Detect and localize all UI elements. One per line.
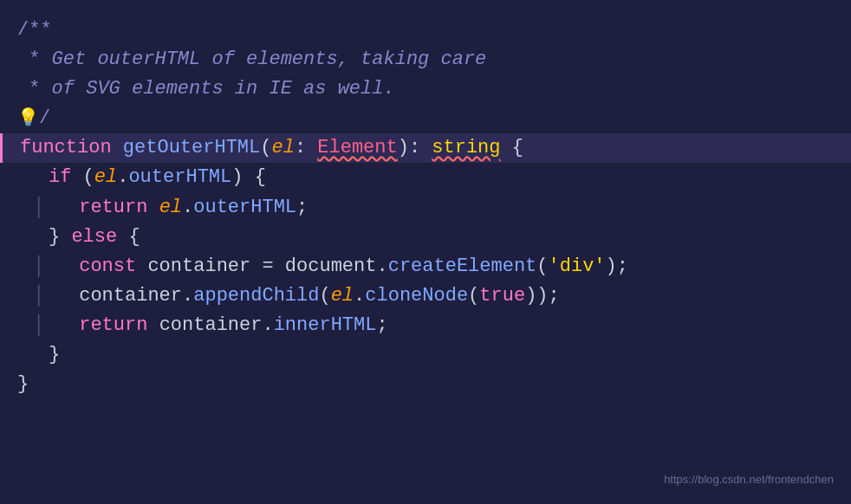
line-4: 💡/ [17,104,834,133]
line-10: │ container.appendChild(el.cloneNode(tru… [17,281,834,311]
string-div: 'div' [549,252,606,281]
keyword-function: function [20,133,123,163]
dot1: . [117,163,128,192]
append-paren: ( [319,281,330,311]
semicolon2: ; [376,311,387,340]
dot2: . [182,193,193,223]
if-paren: ( [83,163,94,192]
line-3: * of SVG elements in IE as well. [17,74,834,104]
create-paren: ( [536,252,548,281]
create-close: ); [606,252,628,281]
container-var: container = [147,252,284,281]
prop-outerHTML-1: outerHTML [128,163,231,192]
line-11: │ return container.innerHTML; [17,311,834,340]
else-brace: { [117,223,140,252]
comment-open: /** [17,16,52,45]
keyword-return-2: return [79,311,159,340]
type-element: Element [317,137,397,158]
comment-line-3: * of SVG elements in IE as well. [17,74,395,104]
code-editor: /** * Get outerHTML of elements, taking … [0,0,851,504]
el-clone: el [331,281,354,311]
line-1: /** [17,16,834,45]
method-appendchild: appendChild [193,281,319,311]
bool-true: true [479,281,525,311]
line-6: if (el.outerHTML) { [17,163,834,192]
comment-close: / [39,104,50,133]
clone-close: )); [525,281,560,311]
fn-name: getOuterHTML [123,133,260,163]
keyword-else: else [71,223,117,252]
line-7: │ return el.outerHTML; [17,193,834,223]
container-ref-2: container. [159,311,274,340]
if-close: ) { [231,163,266,192]
close-brace-2: } [49,340,60,370]
paren-open: ( [260,133,271,163]
param-el: el [271,133,294,163]
prop-outerHTML-2: outerHTML [193,193,296,223]
line-12: } [17,340,834,370]
keyword-const: const [79,252,147,281]
close-brace-1: } [49,223,71,252]
line-2: * Get outerHTML of elements, taking care [17,45,834,74]
document-ref: document. [285,252,388,281]
clone-paren: ( [468,281,479,311]
close-brace-3: } [17,370,29,399]
line-13: } [17,370,834,399]
type-string: string [432,137,500,158]
brace-open: { [501,133,523,163]
watermark-text: https://blog.csdn.net/frontendchen [664,471,834,488]
keyword-return-1: return [79,193,159,223]
dot3: . [354,281,365,311]
lightbulb-icon: 💡 [17,105,39,132]
colon1: : [295,133,317,163]
return-el-1: el [159,193,182,223]
semicolon1: ; [296,193,308,223]
method-createelement: createElement [388,252,537,281]
prop-innerhtml: innerHTML [274,311,377,340]
container-ref-1: container. [79,281,193,311]
paren-close: ): [398,133,432,163]
keyword-if: if [49,163,83,192]
method-clonenode: cloneNode [365,281,468,311]
comment-line-2: * Get outerHTML of elements, taking care [17,45,486,74]
if-el: el [94,163,117,192]
line-5-highlighted: function getOuterHTML(el: Element): stri… [0,133,851,163]
line-9: │ const container = document.createEleme… [17,252,834,281]
line-8: } else { [17,223,834,252]
